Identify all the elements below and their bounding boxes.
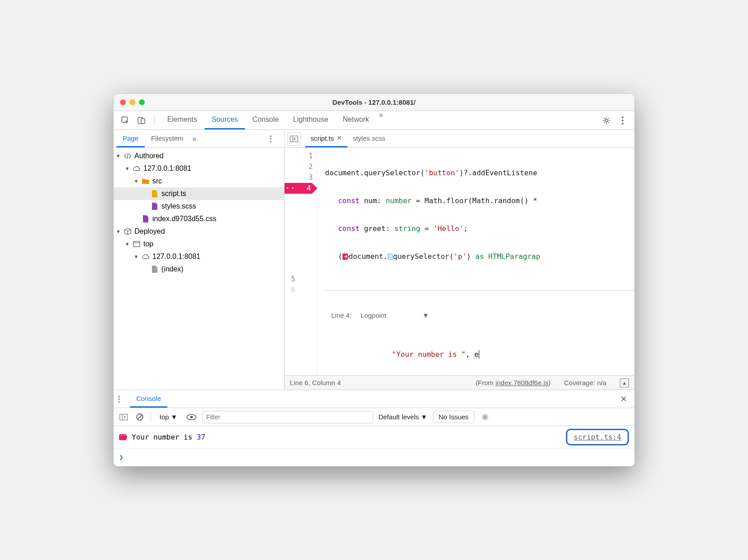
toggle-navigator-icon[interactable]: [287, 132, 301, 146]
tree-top-frame[interactable]: ▼ top: [114, 238, 284, 250]
logpoint-marker-icon[interactable]: 4: [285, 183, 317, 194]
close-drawer-icon[interactable]: ✕: [618, 394, 630, 404]
line-number[interactable]: 3: [285, 172, 313, 183]
line-number-logpoint[interactable]: 4: [285, 183, 313, 194]
console-toolbar: top▼ Default levels▼ No Issues: [114, 408, 634, 426]
tree-folder-src[interactable]: ▼ src: [114, 175, 284, 187]
line-gutter[interactable]: 1 2 3 4: [285, 148, 317, 375]
tree-file-script-ts[interactable]: script.ts: [114, 187, 284, 200]
code-line: const num: number = Math.floor(Math.rand…: [325, 196, 634, 206]
drawer-menu-icon[interactable]: [118, 396, 130, 403]
coverage-label: Coverage: n/a: [564, 379, 606, 387]
tree-label: (index): [161, 265, 183, 273]
drawer-tab-console[interactable]: Console: [130, 390, 167, 408]
navigator-tab-filesystem[interactable]: Filesystem: [145, 130, 190, 147]
more-tabs-chevron-icon[interactable]: »: [376, 111, 386, 129]
code-line: document.querySelector('button')?.addEve…: [325, 168, 634, 178]
tree-file-index[interactable]: (index): [114, 263, 284, 276]
log-source-link[interactable]: script.ts:4: [566, 429, 629, 445]
file-icon: [151, 202, 159, 210]
chevron-down-icon: ▼: [171, 413, 178, 421]
console-filter-input[interactable]: [202, 411, 373, 423]
svg-point-4: [622, 116, 623, 118]
file-icon: [151, 190, 159, 198]
editor-tabs: script.ts ✕ styles.scss: [285, 130, 634, 148]
execution-context-selector[interactable]: top▼: [156, 412, 181, 422]
tree-label: Authored: [134, 152, 164, 160]
cursor-position: Line 6, Column 4: [290, 379, 341, 387]
chevron-down-icon: ▼: [423, 311, 429, 319]
editor-statusbar: Line 6, Column 4 (From index.7808df6e.js…: [285, 375, 634, 390]
zoom-window-button[interactable]: [139, 99, 145, 105]
inspect-element-icon[interactable]: [118, 113, 133, 128]
device-toolbar-icon[interactable]: [134, 113, 149, 128]
console-prompt[interactable]: ❯: [114, 449, 634, 466]
console-sidebar-toggle-icon[interactable]: [118, 412, 129, 422]
devtools-window: DevTools - 127.0.0.1:8081/ Elements Sour…: [113, 93, 635, 467]
tree-group-authored[interactable]: ▼ Authored: [114, 150, 284, 162]
issues-button[interactable]: No Issues: [433, 411, 475, 423]
tab-network[interactable]: Network: [335, 111, 376, 129]
code-line: (document.querySelector('p') as HTMLPara…: [325, 251, 634, 262]
line-number[interactable]: 2: [285, 161, 313, 172]
tree-file-styles-scss[interactable]: styles.scss: [114, 200, 284, 213]
titlebar: DevTools - 127.0.0.1:8081/: [114, 94, 634, 111]
sourcemap-link[interactable]: index.7808df6e.js: [495, 379, 548, 387]
tree-label: src: [152, 177, 162, 185]
live-expression-icon[interactable]: [186, 412, 197, 422]
navigator-more-icon[interactable]: »: [190, 135, 199, 143]
tree-host-deployed[interactable]: ▼ 127.0.0.1:8081: [114, 250, 284, 263]
code-editor[interactable]: 1 2 3 4 document.querySelector('button')…: [285, 148, 634, 375]
tree-file-index-css[interactable]: index.d9703d55.css: [114, 213, 284, 225]
console-drawer: Console ✕ top▼ Default levels▼ No Issues: [114, 390, 634, 466]
file-icon: [151, 265, 159, 273]
svg-point-8: [270, 138, 271, 139]
line-number[interactable]: 6: [285, 284, 299, 295]
console-output: Your number is 37 script.ts:4 ❯: [114, 426, 634, 466]
line-number[interactable]: 5: [285, 274, 299, 284]
navigator-menu-icon[interactable]: [270, 135, 281, 142]
cloud-icon: [142, 253, 150, 261]
tab-sources[interactable]: Sources: [205, 111, 245, 129]
more-menu-icon[interactable]: [615, 113, 630, 128]
editor-tab-styles-scss[interactable]: styles.scss: [347, 130, 391, 147]
console-log-row[interactable]: Your number is 37 script.ts:4: [114, 426, 634, 449]
sources-panel: Page Filesystem » ▼ Authored ▼: [114, 130, 634, 390]
tab-lighthouse[interactable]: Lighthouse: [286, 111, 335, 129]
navigator-tab-page[interactable]: Page: [116, 130, 145, 147]
chevron-down-icon: ▼: [421, 413, 427, 421]
code-line: const greet: string = 'Hello';: [325, 223, 634, 234]
tree-label: top: [143, 240, 153, 248]
log-levels-dropdown[interactable]: Default levels▼: [378, 413, 427, 421]
tree-host-authored[interactable]: ▼ 127.0.0.1:8081: [114, 162, 284, 175]
tab-console[interactable]: Console: [245, 111, 286, 129]
code-content[interactable]: document.querySelector('button')?.addEve…: [317, 148, 634, 375]
svg-point-15: [118, 398, 120, 400]
close-window-button[interactable]: [120, 99, 126, 105]
traffic-lights: [120, 99, 145, 105]
svg-rect-10: [134, 241, 140, 247]
toggle-details-icon[interactable]: ▲: [620, 378, 629, 387]
tab-elements[interactable]: Elements: [160, 111, 205, 129]
log-message: Your number is 37: [132, 433, 566, 441]
logpoint-expression-input[interactable]: "Your number is ", e​: [331, 340, 628, 369]
minimize-window-button[interactable]: [129, 99, 135, 105]
console-settings-gear-icon[interactable]: [480, 412, 490, 422]
svg-point-23: [484, 416, 486, 418]
tree-label: script.ts: [161, 190, 186, 198]
breakpoint-type-dropdown[interactable]: Logpoint ▼: [361, 311, 429, 319]
file-tree: ▼ Authored ▼ 127.0.0.1:8081 ▼ src: [114, 148, 284, 390]
clear-console-icon[interactable]: [134, 412, 145, 422]
folder-icon: [142, 177, 150, 185]
editor-tab-label: script.ts: [311, 134, 334, 142]
svg-point-16: [118, 401, 120, 402]
line-number[interactable]: 1: [285, 151, 313, 161]
close-tab-icon[interactable]: ✕: [337, 134, 342, 142]
cloud-icon: [133, 164, 141, 173]
tree-group-deployed[interactable]: ▼ Deployed: [114, 225, 284, 238]
editor-tab-script-ts[interactable]: script.ts ✕: [305, 130, 347, 147]
settings-gear-icon[interactable]: [599, 113, 614, 128]
navigator-sidebar: Page Filesystem » ▼ Authored ▼: [114, 130, 285, 390]
code-icon: [124, 152, 132, 160]
logpoint-line-label: Line 4:: [331, 311, 352, 319]
